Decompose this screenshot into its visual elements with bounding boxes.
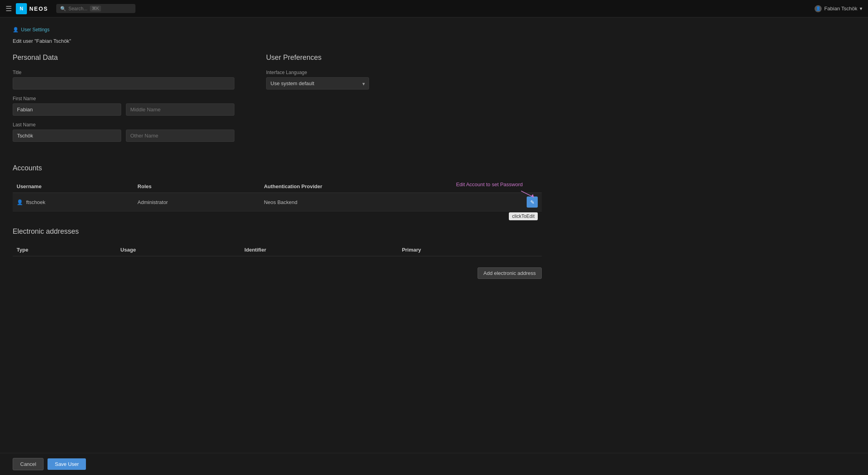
account-auth-value: Neos Backend — [264, 199, 297, 205]
click-to-edit-tooltip: clickToEdit — [509, 212, 538, 220]
search-placeholder: Search... — [69, 6, 88, 11]
accounts-table-header-row: Username Roles Authentication Provider — [13, 180, 542, 193]
account-auth-cell: Neos Backend — [260, 193, 479, 212]
othername-input[interactable] — [126, 130, 234, 142]
user-menu[interactable]: 👤 Fabian Tschök ▾ — [815, 5, 862, 12]
language-label: Interface Language — [266, 70, 542, 75]
save-user-button[interactable]: Save User — [48, 458, 86, 470]
search-bar[interactable]: 🔍 Search... ⌘K — [56, 4, 135, 13]
account-action-cell: Edit Account to set Password ✎ clickToEd… — [479, 193, 542, 212]
topnav-logo: N NEOS — [16, 3, 48, 14]
chevron-down-icon: ▾ — [860, 6, 862, 11]
table-row: 👤 ftschoek Administrator Neos Backend — [13, 193, 542, 212]
lastname-label: Last Name — [13, 122, 234, 128]
lastname-row — [13, 130, 234, 142]
user-name: Fabian Tschök — [824, 6, 857, 11]
account-user-icon: 👤 — [17, 199, 23, 205]
electronic-addresses-title: Electronic addresses — [13, 227, 542, 236]
accounts-table-wrapper: Username Roles Authentication Provider 👤… — [13, 180, 542, 212]
elec-col-identifier: Identifier — [240, 244, 398, 256]
title-field-group: Title — [13, 70, 234, 90]
lastname-field-group: Last Name — [13, 122, 234, 142]
cancel-button[interactable]: Cancel — [13, 458, 44, 470]
firstname-row — [13, 103, 234, 116]
language-select[interactable]: Use system default English German French — [266, 77, 369, 90]
title-input[interactable] — [13, 77, 234, 90]
breadcrumb-label: User Settings — [21, 27, 49, 32]
firstname-field-group: First Name — [13, 96, 234, 116]
account-roles-value: Administrator — [137, 199, 168, 205]
elec-col-usage: Usage — [116, 244, 240, 256]
add-electronic-address-button[interactable]: Add electronic address — [478, 267, 542, 279]
electronic-addresses-table-wrapper: Type Usage Identifier Primary Add electr… — [13, 244, 542, 279]
page-heading: Edit user "Fabian Tschök" — [13, 38, 542, 44]
main-form-layout: Personal Data Title First Name Last Name — [13, 53, 542, 148]
elec-col-type: Type — [13, 244, 116, 256]
edit-account-button[interactable]: ✎ — [527, 196, 538, 208]
accounts-col-auth: Authentication Provider — [260, 180, 479, 193]
user-avatar-icon: 👤 — [815, 5, 822, 12]
hamburger-menu-icon[interactable]: ☰ — [6, 4, 12, 13]
elec-col-primary: Primary — [398, 244, 542, 256]
edit-btn-wrapper: Edit Account to set Password ✎ clickToEd… — [527, 196, 538, 208]
page-content: 👤 User Settings Edit user "Fabian Tschök… — [0, 17, 554, 334]
lastname-input[interactable] — [13, 130, 121, 142]
accounts-section: Accounts Username Roles Authentication P… — [13, 164, 542, 212]
electronic-addresses-section: Electronic addresses Type Usage Identifi… — [13, 227, 542, 279]
personal-data-section: Personal Data Title First Name Last Name — [13, 53, 234, 148]
accounts-title: Accounts — [13, 164, 542, 172]
firstname-input[interactable] — [13, 103, 121, 116]
title-label: Title — [13, 70, 234, 75]
bottom-bar: Cancel Save User — [0, 453, 868, 475]
middlename-input[interactable] — [126, 103, 234, 116]
language-select-wrapper: Use system default English German French — [266, 77, 369, 90]
account-username-cell: 👤 ftschoek — [13, 193, 133, 212]
user-preferences-title: User Preferences — [266, 53, 542, 62]
breadcrumb[interactable]: 👤 User Settings — [13, 27, 542, 32]
language-field-group: Interface Language Use system default En… — [266, 70, 542, 90]
accounts-table: Username Roles Authentication Provider 👤… — [13, 180, 542, 212]
accounts-col-actions — [479, 180, 542, 193]
personal-data-title: Personal Data — [13, 53, 234, 62]
neos-wordmark: NEOS — [29, 6, 48, 12]
electronic-addresses-table: Type Usage Identifier Primary — [13, 244, 542, 256]
search-kbd-hint: ⌘K — [90, 6, 101, 11]
topnav: ☰ N NEOS 🔍 Search... ⌘K 👤 Fabian Tschök … — [0, 0, 868, 17]
accounts-col-username: Username — [13, 180, 133, 193]
elec-table-header-row: Type Usage Identifier Primary — [13, 244, 542, 256]
user-settings-icon: 👤 — [13, 27, 19, 32]
firstname-label: First Name — [13, 96, 234, 101]
neos-logo-icon: N — [16, 3, 27, 14]
account-username-value: ftschoek — [26, 199, 45, 205]
username-with-icon: 👤 ftschoek — [17, 199, 129, 205]
accounts-col-roles: Roles — [133, 180, 260, 193]
search-icon: 🔍 — [60, 6, 66, 11]
user-preferences-section: User Preferences Interface Language Use … — [266, 53, 542, 148]
account-roles-cell: Administrator — [133, 193, 260, 212]
